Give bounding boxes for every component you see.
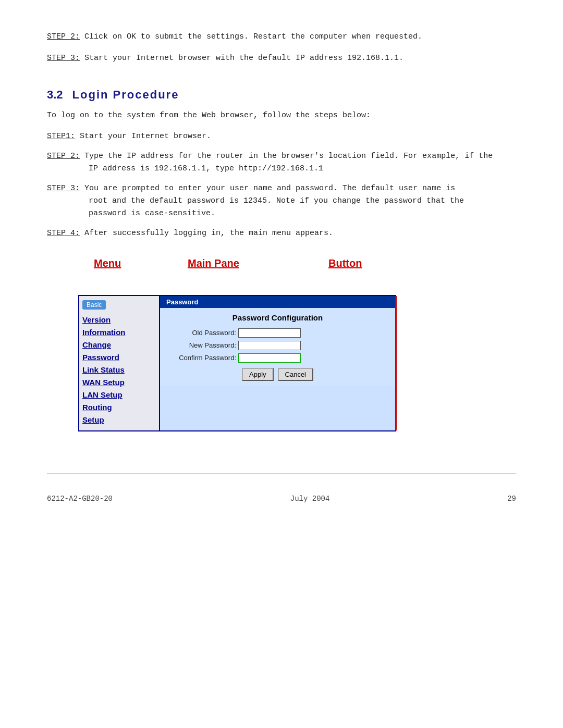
old-password-input[interactable]	[238, 328, 301, 338]
confirm-password-label: Confirm Password:	[168, 354, 236, 362]
step2-indent: IP address is 192.168.1.1, type http://1…	[89, 163, 516, 175]
step3-top: STEP 3: Start your Internet browser with…	[47, 53, 516, 65]
step2-label: STEP 2:	[47, 152, 80, 161]
step2-text: Type the IP address for the router in th…	[80, 152, 493, 161]
form-row-new-password: New Password:	[168, 341, 387, 350]
step2-top-text: Click on OK to submit the settings. Rest…	[80, 32, 422, 41]
confirm-password-input[interactable]	[238, 353, 301, 363]
diagram-container: Menu Main Pane Button Basic Version Info…	[78, 257, 401, 431]
menu-item-lan-setup[interactable]: LAN Setup	[82, 389, 156, 401]
new-password-input[interactable]	[238, 341, 301, 350]
menu-item-change[interactable]: Change	[82, 339, 156, 351]
footer-left: 6212-A2-GB20-20	[47, 495, 113, 503]
label-menu: Menu	[94, 257, 121, 269]
form-row-confirm-password: Confirm Password:	[168, 353, 387, 363]
menu-item-setup[interactable]: Setup	[82, 414, 156, 426]
menu-item-wan-setup[interactable]: WAN Setup	[82, 376, 156, 389]
content-header: Password	[160, 296, 395, 308]
new-password-label: New Password:	[168, 341, 236, 349]
step1-text: Start your Internet browser.	[75, 132, 211, 141]
step2-block: STEP 2: Type the IP address for the rout…	[47, 150, 516, 175]
content-body: Password Configuration Old Password: New…	[160, 308, 395, 386]
red-border-line	[395, 296, 397, 430]
step3-indent1: root and the default password is 12345. …	[89, 195, 516, 207]
footer: 6212-A2-GB20-20 July 2004 29	[47, 473, 516, 503]
step3-top-text: Start your Internet browser with the def…	[80, 54, 403, 63]
intro-text: To log on to the system from the Web bro…	[47, 110, 516, 122]
section-heading: 3.2 Login Procedure	[47, 88, 516, 102]
old-password-label: Old Password:	[168, 329, 236, 337]
step2-top: STEP 2: Click on OK to submit the settin…	[47, 31, 516, 43]
step3-text: You are prompted to enter your user name…	[80, 184, 455, 193]
step1-label: STEP1:	[47, 132, 75, 141]
label-main-pane: Main Pane	[188, 257, 239, 269]
step1-block: STEP1: Start your Internet browser.	[47, 130, 516, 143]
step3-label: STEP 3:	[47, 184, 80, 193]
menu-item-password[interactable]: Password	[82, 351, 156, 364]
button-row: Apply Cancel	[168, 368, 387, 381]
footer-center: July 2004	[290, 495, 330, 503]
diagram-labels: Menu Main Pane Button	[78, 257, 401, 278]
step4-block: STEP 4: After successfully logging in, t…	[47, 227, 516, 240]
step3-indent2: password is case-sensitive.	[89, 207, 516, 220]
step4-label: STEP 4:	[47, 229, 80, 238]
step3-top-label: STEP 3:	[47, 54, 80, 63]
menu-panel: Basic Version Information Change Passwor…	[79, 296, 160, 430]
menu-basic-button[interactable]: Basic	[82, 300, 106, 310]
ui-box: Basic Version Information Change Passwor…	[78, 295, 396, 431]
menu-item-link-status[interactable]: Link Status	[82, 364, 156, 376]
diagram-wrapper: Basic Version Information Change Passwor…	[78, 278, 401, 431]
apply-button[interactable]: Apply	[242, 368, 274, 381]
content-panel: Password Password Configuration Old Pass…	[160, 296, 395, 430]
menu-item-routing[interactable]: Routing	[82, 401, 156, 414]
step4-text: After successfully logging in, the main …	[80, 229, 333, 238]
section-number: 3.2	[47, 88, 63, 102]
step3-block: STEP 3: You are prompted to enter your u…	[47, 182, 516, 220]
step2-top-label: STEP 2:	[47, 32, 80, 41]
content-title: Password Configuration	[168, 313, 387, 322]
menu-item-information[interactable]: Information	[82, 326, 156, 339]
cancel-button[interactable]: Cancel	[278, 368, 313, 381]
footer-right: 29	[507, 495, 516, 503]
form-row-old-password: Old Password:	[168, 328, 387, 338]
section-title: Login Procedure	[72, 88, 179, 102]
label-button: Button	[328, 257, 362, 269]
menu-item-version[interactable]: Version	[82, 314, 156, 326]
